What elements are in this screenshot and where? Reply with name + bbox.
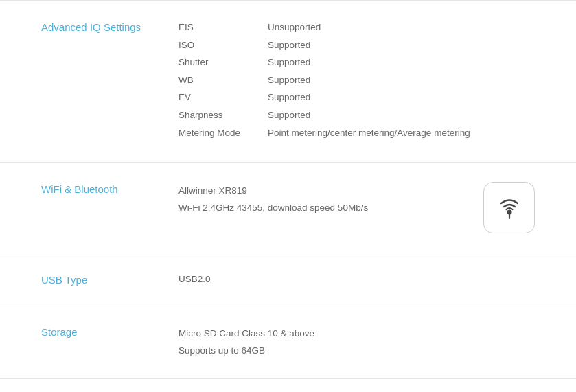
spec-key-shutter: Shutter: [178, 55, 268, 70]
storage-label: Storage: [41, 325, 178, 338]
table-row: Metering Mode Point metering/center mete…: [178, 126, 535, 141]
storage-line1: Micro SD Card Class 10 & above: [178, 325, 314, 342]
spec-table: EIS Unsupported ISO Supported Shutter Su…: [178, 20, 535, 143]
wifi-details: Allwinner XR819 Wi-Fi 2.4GHz 43455, down…: [178, 182, 456, 216]
advanced-iq-settings-label: Advanced IQ Settings: [41, 20, 178, 33]
wifi-bluetooth-section: WiFi & Bluetooth Allwinner XR819 Wi-Fi 2…: [0, 163, 576, 253]
wifi-broadcast-icon: [494, 193, 525, 223]
spec-key-metering: Metering Mode: [178, 126, 268, 141]
page-content: Advanced IQ Settings EIS Unsupported ISO…: [0, 0, 576, 379]
usb-type-content: USB2.0: [178, 273, 535, 284]
spec-key-ev: EV: [178, 90, 268, 105]
usb-type-label: USB Type: [41, 273, 178, 286]
spec-value-eis: Unsupported: [268, 20, 321, 35]
spec-value-wb: Supported: [268, 73, 310, 88]
storage-details: Micro SD Card Class 10 & above Supports …: [178, 325, 314, 359]
storage-section: Storage Micro SD Card Class 10 & above S…: [0, 305, 576, 379]
usb-type-value: USB2.0: [178, 273, 211, 284]
spec-key-wb: WB: [178, 73, 268, 88]
table-row: ISO Supported: [178, 38, 535, 53]
table-row: Shutter Supported: [178, 55, 535, 70]
wifi-bluetooth-label: WiFi & Bluetooth: [41, 182, 178, 195]
storage-content: Micro SD Card Class 10 & above Supports …: [178, 325, 535, 359]
spec-key-sharpness: Sharpness: [178, 108, 268, 123]
wifi-speed: Wi-Fi 2.4GHz 43455, download speed 50Mb/…: [178, 199, 456, 216]
usb-type-section: USB Type USB2.0: [0, 253, 576, 305]
spec-value-ev: Supported: [268, 90, 310, 105]
spec-value-shutter: Supported: [268, 55, 310, 70]
storage-line2: Supports up to 64GB: [178, 342, 314, 359]
table-row: Sharpness Supported: [178, 108, 535, 123]
wifi-bluetooth-content: Allwinner XR819 Wi-Fi 2.4GHz 43455, down…: [178, 182, 535, 233]
table-row: EIS Unsupported: [178, 20, 535, 35]
table-row: EV Supported: [178, 90, 535, 105]
wifi-chip: Allwinner XR819: [178, 182, 456, 199]
spec-key-iso: ISO: [178, 38, 268, 53]
spec-value-metering: Point metering/center metering/Average m…: [268, 126, 470, 141]
advanced-iq-settings-section: Advanced IQ Settings EIS Unsupported ISO…: [0, 0, 576, 163]
advanced-iq-settings-content: EIS Unsupported ISO Supported Shutter Su…: [178, 20, 535, 143]
spec-value-sharpness: Supported: [268, 108, 310, 123]
spec-value-iso: Supported: [268, 38, 310, 53]
table-row: WB Supported: [178, 73, 535, 88]
wifi-icon-box: [483, 182, 535, 233]
spec-key-eis: EIS: [178, 20, 268, 35]
